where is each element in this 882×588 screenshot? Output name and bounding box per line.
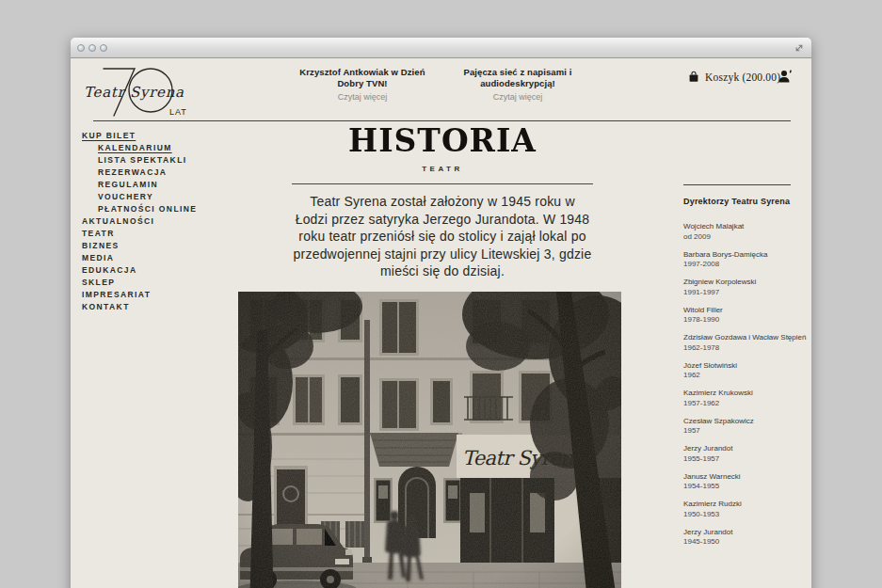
nav-item[interactable]: KONTAKT bbox=[82, 301, 242, 313]
director-entry: Janusz Warnecki 1954-1955 bbox=[683, 472, 791, 492]
category-label: TEATR bbox=[292, 165, 593, 173]
director-entry: Barbara Borys-Damięcka 1997-2008 bbox=[683, 250, 791, 270]
notice-title-line: audiodeskrypcją! bbox=[438, 78, 598, 89]
nav-item[interactable]: AKTUALNOŚCI bbox=[82, 215, 242, 228]
director-name: Wojciech Malajkat bbox=[683, 222, 791, 232]
director-years: 1991-1997 bbox=[683, 288, 791, 297]
director-name: Czesław Szpakowicz bbox=[683, 417, 791, 427]
director-entry: Czesław Szpakowicz 1957 bbox=[683, 417, 791, 437]
director-years: 1954-1955 bbox=[683, 482, 791, 491]
page-title: HISTORIA bbox=[297, 122, 588, 158]
nav-item[interactable]: KUP BILET bbox=[82, 130, 242, 142]
nav-item[interactable]: PŁATNOŚCI ONLINE bbox=[82, 203, 242, 215]
director-years: 1957 bbox=[683, 426, 791, 436]
nav-item[interactable]: TEATR bbox=[82, 228, 242, 240]
read-more-link[interactable]: Czytaj więcej bbox=[438, 92, 598, 102]
nav-item[interactable]: REZERWACJA bbox=[82, 167, 242, 179]
director-entry: Zbigniew Korpolewski 1991-1997 bbox=[683, 278, 791, 297]
director-entry: Wojciech Malajkat od 2009 bbox=[683, 222, 791, 242]
director-years: 1962 bbox=[683, 371, 791, 380]
director-years: 1978-1990 bbox=[683, 315, 791, 325]
notice-title-line: Pajęcza sieć z napisami i bbox=[438, 67, 598, 78]
cart-label: Koszyk (200.00) bbox=[705, 72, 780, 83]
director-years: 1962-1978 bbox=[683, 343, 791, 353]
history-paragraph: Teatr Syrena został założony w 1945 roku… bbox=[292, 193, 593, 280]
director-name: Zdzisław Gozdawa i Wacław Stępień bbox=[683, 333, 791, 343]
notice-title-line: Dobry TVN! bbox=[282, 78, 442, 89]
nav-item[interactable]: LISTA SPEKTAKLI bbox=[82, 154, 242, 167]
director-years: 1945-1950 bbox=[683, 537, 791, 547]
close-button[interactable] bbox=[77, 44, 85, 52]
news-notice-2[interactable]: Pajęcza sieć z napisami i audiodeskrypcj… bbox=[438, 67, 598, 102]
director-name: Kazimierz Rudzki bbox=[683, 500, 791, 510]
director-name: Barbara Borys-Damięcka bbox=[683, 250, 791, 261]
director-entry: Zdzisław Gozdawa i Wacław Stępień 1962-1… bbox=[683, 333, 791, 353]
nav-item[interactable]: REGULAMIN bbox=[82, 179, 242, 191]
logo-lat-text: LAT bbox=[169, 107, 187, 117]
director-name: Jerzy Jurandot bbox=[683, 444, 791, 454]
director-entry: Józef Słotwiński 1962 bbox=[683, 361, 791, 381]
shopping-bag-icon bbox=[688, 71, 699, 83]
directors-heading: Dyrektorzy Teatru Syrena bbox=[683, 197, 791, 206]
director-entry: Jerzy Jurandot 1955-1957 bbox=[683, 444, 791, 464]
title-divider bbox=[292, 183, 593, 184]
director-entry: Witold Filler 1978-1990 bbox=[683, 306, 791, 326]
director-name: Jerzy Jurandot bbox=[683, 528, 791, 538]
director-years: 1950-1953 bbox=[683, 510, 791, 519]
nav-item[interactable]: BIZNES bbox=[82, 240, 242, 252]
nav-item[interactable]: KALENDARIUM bbox=[82, 142, 242, 154]
nav-item[interactable]: IMPRESARIAT bbox=[82, 289, 242, 301]
director-name: Kazimierz Krukowski bbox=[683, 389, 791, 399]
director-years: od 2009 bbox=[683, 232, 791, 242]
article: HISTORIA TEATR Teatr Syrena został założ… bbox=[292, 122, 593, 280]
browser-window: Teatr Syrena LAT Krzysztof Antkowiak w D… bbox=[71, 38, 811, 588]
traffic-lights bbox=[77, 44, 107, 52]
director-name: Witold Filler bbox=[683, 306, 791, 316]
nav-item[interactable]: SKLEP bbox=[82, 277, 242, 289]
page-content: Teatr Syrena LAT Krzysztof Antkowiak w D… bbox=[71, 58, 811, 588]
sidebar-nav: KUP BILET KALENDARIUM LISTA SPEKTAKLI RE… bbox=[82, 130, 242, 313]
director-name: Zbigniew Korpolewski bbox=[683, 278, 791, 288]
director-years: 1997-2008 bbox=[683, 260, 791, 269]
directors-list: Wojciech Malajkat od 2009 Barbara Borys-… bbox=[683, 222, 791, 547]
director-entry: Jerzy Jurandot 1945-1950 bbox=[683, 528, 791, 548]
teatr-syrena-70-lat-logo[interactable]: Teatr Syrena LAT bbox=[83, 61, 196, 121]
director-entry: Kazimierz Rudzki 1950-1953 bbox=[683, 500, 791, 519]
notice-title-line: Krzysztof Antkowiak w Dzień bbox=[282, 67, 442, 78]
zoom-button[interactable] bbox=[100, 44, 107, 52]
nav-item[interactable]: EDUKACJA bbox=[82, 264, 242, 277]
user-account-icon[interactable] bbox=[778, 69, 793, 84]
read-more-link[interactable]: Czytaj więcej bbox=[282, 92, 442, 102]
director-name: Józef Słotwiński bbox=[683, 361, 791, 372]
cart-button[interactable]: Koszyk (200.00) bbox=[688, 71, 780, 83]
expand-icon[interactable] bbox=[794, 42, 805, 54]
director-entry: Kazimierz Krukowski 1957-1962 bbox=[683, 389, 791, 408]
logo-script-text: Teatr Syrena bbox=[84, 84, 184, 101]
news-notice-1[interactable]: Krzysztof Antkowiak w Dzień Dobry TVN! C… bbox=[282, 67, 442, 102]
director-years: 1955-1957 bbox=[683, 454, 791, 464]
director-name: Janusz Warnecki bbox=[683, 472, 791, 483]
historic-theater-photo: Teatr Syrena bbox=[238, 292, 621, 588]
minimize-button[interactable] bbox=[88, 44, 96, 52]
directors-panel: Dyrektorzy Teatru Syrena Wojciech Malajk… bbox=[683, 184, 791, 555]
window-titlebar[interactable] bbox=[71, 38, 811, 58]
nav-item[interactable]: VOUCHERY bbox=[82, 191, 242, 203]
director-years: 1957-1962 bbox=[683, 399, 791, 408]
nav-item[interactable]: MEDIA bbox=[82, 252, 242, 264]
